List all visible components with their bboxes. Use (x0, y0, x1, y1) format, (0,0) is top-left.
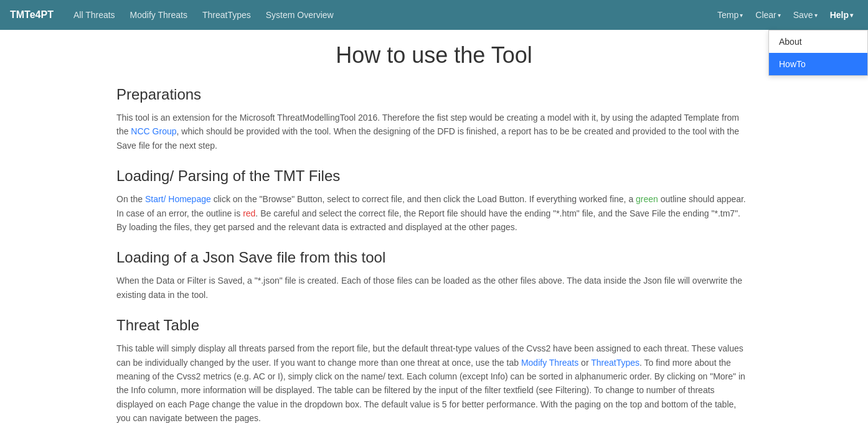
save-label: Save (793, 10, 813, 20)
nav-system-overview[interactable]: System Overview (261, 7, 339, 22)
help-dropdown[interactable]: Help ▾ (825, 7, 858, 22)
red-text: red (243, 208, 255, 218)
green-text: green (636, 194, 658, 204)
section-heading-loading-json: Loading of a Json Save file from this to… (116, 249, 752, 266)
ncc-group-link[interactable]: NCC Group (131, 126, 176, 136)
dropdown-about[interactable]: About (769, 30, 867, 53)
clear-label: Clear (755, 10, 776, 20)
section-text-preparations: This tool is an extension for the Micros… (116, 111, 752, 152)
nav-all-threats[interactable]: All Threats (68, 7, 120, 22)
nav-modify-threats[interactable]: Modify Threats (125, 7, 192, 22)
section-heading-preparations: Preparations (116, 86, 752, 103)
save-caret: ▾ (814, 12, 818, 19)
help-caret: ▾ (850, 12, 853, 19)
start-homepage-link[interactable]: Start/ Homepage (145, 194, 211, 204)
section-heading-loading-parsing: Loading/ Parsing of the TMT Files (116, 167, 752, 185)
nav-links: All Threats Modify Threats ThreatTypes S… (68, 7, 712, 22)
section-heading-threat-table: Threat Table (116, 317, 752, 334)
dropdown-howto[interactable]: HowTo (769, 53, 867, 75)
navbar: TMTe4PT All Threats Modify Threats Threa… (0, 0, 868, 30)
help-dropdown-menu: About HowTo (768, 30, 868, 76)
section-text-loading-parsing: On the Start/ Homepage click on the "Bro… (116, 192, 752, 234)
temp-dropdown[interactable]: Temp ▾ (712, 7, 748, 22)
temp-label: Temp (717, 10, 738, 20)
temp-caret: ▾ (740, 12, 743, 19)
brand-link[interactable]: TMTe4PT (10, 9, 54, 21)
page-title: How to use the Tool (116, 42, 752, 68)
modify-threats-link[interactable]: Modify Threats (521, 358, 578, 368)
clear-dropdown[interactable]: Clear ▾ (750, 7, 785, 22)
section-text-threat-table: This table will simply display all threa… (116, 342, 752, 423)
main-content: How to use the Tool Preparations This to… (92, 30, 776, 423)
clear-caret: ▾ (778, 12, 781, 19)
help-label: Help (830, 10, 849, 20)
threat-types-link[interactable]: ThreatTypes (591, 358, 639, 368)
nav-right: Temp ▾ Clear ▾ Save ▾ Help ▾ (712, 7, 858, 22)
save-dropdown[interactable]: Save ▾ (788, 7, 823, 22)
nav-threat-types[interactable]: ThreatTypes (197, 7, 256, 22)
section-text-loading-json: When the Data or Filter is Saved, a "*.j… (116, 274, 752, 302)
